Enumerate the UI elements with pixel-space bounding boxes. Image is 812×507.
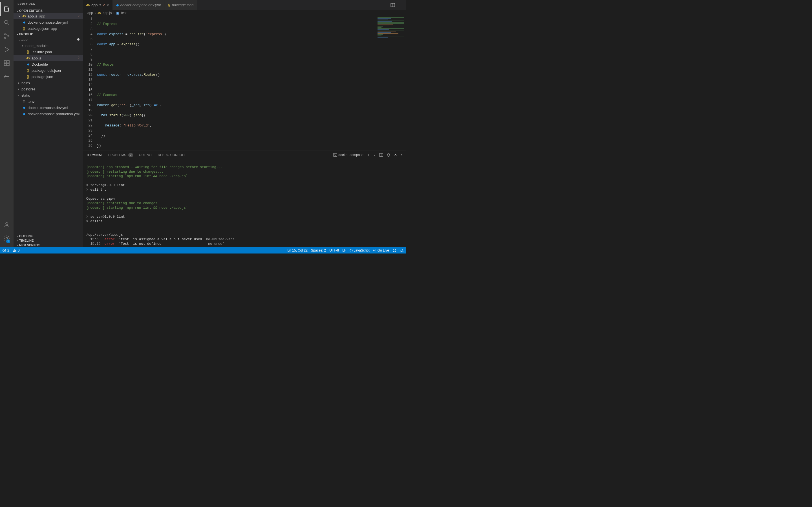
status-go-live[interactable]: Go Live xyxy=(373,248,389,252)
js-icon: JS xyxy=(26,57,31,60)
json-icon: {} xyxy=(26,75,31,78)
svg-line-1 xyxy=(8,23,9,25)
accounts-icon[interactable] xyxy=(0,218,13,231)
timeline-header[interactable]: ›TIMELINE xyxy=(13,238,83,243)
tab-bar: JS app.js 2 × ◆ docker-compose.dev.yml {… xyxy=(83,0,406,10)
svg-point-28 xyxy=(394,250,394,250)
file-item[interactable]: JS app.js 2 xyxy=(13,55,83,61)
terminal-dropdown-icon[interactable]: ⌄ xyxy=(373,154,376,156)
svg-point-4 xyxy=(8,36,9,37)
folder-item[interactable]: › postgres xyxy=(13,86,83,92)
more-icon[interactable]: ⋯ xyxy=(399,3,403,7)
svg-point-0 xyxy=(4,20,8,24)
svg-marker-5 xyxy=(5,47,9,52)
tab-terminal[interactable]: TERMINAL xyxy=(86,152,103,158)
svg-point-29 xyxy=(395,250,395,250)
svg-point-27 xyxy=(393,249,396,252)
status-warnings[interactable]: 0 xyxy=(13,248,20,252)
docker-file-icon: ◆ xyxy=(21,106,27,110)
folder-item[interactable]: › nginx xyxy=(13,80,83,86)
run-debug-icon[interactable] xyxy=(0,43,13,56)
docker-file-icon: ◆ xyxy=(21,20,27,24)
js-icon: JS xyxy=(21,15,27,18)
docker-file-icon: ◆ xyxy=(21,112,27,116)
svg-point-14 xyxy=(6,223,8,225)
file-item[interactable]: ◆ docker-compose.dev.yml xyxy=(13,105,83,111)
tab-problems[interactable]: PROBLEMS 2 xyxy=(108,152,133,158)
svg-rect-13 xyxy=(5,75,6,76)
variable-icon: ▣ xyxy=(116,11,119,15)
folder-item[interactable]: ⌄ app xyxy=(13,36,83,43)
svg-rect-7 xyxy=(4,63,6,66)
project-header[interactable]: ⌄PROGLIB xyxy=(13,32,83,36)
status-bell-icon[interactable] xyxy=(400,248,404,252)
gear-icon: ⚙ xyxy=(21,100,27,103)
split-editor-icon[interactable] xyxy=(391,3,395,7)
search-icon[interactable] xyxy=(0,16,13,29)
settings-badge: 1 xyxy=(6,239,10,243)
panel: TERMINAL PROBLEMS 2 OUTPUT DEBUG CONSOLE… xyxy=(83,150,406,247)
activity-bar: 1 xyxy=(0,0,13,247)
source-control-icon[interactable] xyxy=(0,29,13,43)
svg-point-15 xyxy=(6,237,8,239)
status-language[interactable]: { } JavaScript xyxy=(350,248,369,252)
outline-header[interactable]: ›OUTLINE xyxy=(13,234,83,238)
open-editor-item[interactable]: ◆ docker-compose.dev.yml xyxy=(13,19,83,25)
json-icon: {} xyxy=(26,50,31,54)
breadcrumb[interactable]: app › JS app.js › ▣ test xyxy=(83,10,406,16)
js-icon: JS xyxy=(98,11,101,15)
maximize-panel-icon[interactable] xyxy=(394,153,397,157)
tab-debug-console[interactable]: DEBUG CONSOLE xyxy=(158,152,186,158)
status-spaces[interactable]: Spaces: 2 xyxy=(311,248,326,252)
tab-package-json[interactable]: {} package.json xyxy=(164,0,197,10)
kill-terminal-icon[interactable] xyxy=(387,153,391,157)
file-item[interactable]: ◆ docker-compose.production.yml xyxy=(13,111,83,117)
extensions-icon[interactable] xyxy=(0,56,13,70)
sidebar: EXPLORER ⋯ ⌄OPEN EDITORS × JS app.js app… xyxy=(13,0,83,247)
file-item[interactable]: {} .eslintrc.json xyxy=(13,49,83,55)
status-eol[interactable]: LF xyxy=(342,248,346,252)
status-feedback-icon[interactable] xyxy=(393,248,396,252)
file-item[interactable]: {} package.json xyxy=(13,73,83,80)
minimap[interactable] xyxy=(375,16,406,150)
open-editor-item[interactable]: {} package.json app xyxy=(13,25,83,32)
close-icon[interactable]: × xyxy=(107,3,109,7)
status-errors[interactable]: 2 xyxy=(2,248,9,252)
json-icon: {} xyxy=(168,3,170,7)
tab-appjs[interactable]: JS app.js 2 × xyxy=(83,0,112,10)
file-item[interactable]: ⚙ .env xyxy=(13,98,83,105)
split-terminal-icon[interactable] xyxy=(379,153,383,157)
code-editor[interactable]: 12345 678910 1112131415 1617181920 21222… xyxy=(83,16,406,150)
npm-scripts-header[interactable]: ›NPM SCRIPTS xyxy=(13,243,83,247)
tab-output[interactable]: OUTPUT xyxy=(139,152,152,158)
open-editors-header[interactable]: ⌄OPEN EDITORS xyxy=(13,8,83,13)
svg-rect-9 xyxy=(7,61,9,63)
folder-item[interactable]: › node_modules xyxy=(13,43,83,49)
js-icon: JS xyxy=(86,3,90,6)
terminal-launcher[interactable]: docker-compose xyxy=(333,153,363,157)
svg-point-26 xyxy=(374,250,375,251)
svg-rect-8 xyxy=(7,63,9,66)
docker-icon[interactable] xyxy=(0,70,13,83)
tab-docker-compose[interactable]: ◆ docker-compose.dev.yml xyxy=(112,0,164,10)
status-line-col[interactable]: Ln 15, Col 22 xyxy=(287,248,307,252)
new-terminal-icon[interactable]: ＋ xyxy=(367,153,370,158)
settings-gear-icon[interactable]: 1 xyxy=(0,231,13,245)
file-item[interactable]: ◆ Dockerfile xyxy=(13,61,83,67)
more-icon[interactable]: ⋯ xyxy=(76,2,79,6)
modified-dot-icon xyxy=(77,38,80,41)
explorer-icon[interactable] xyxy=(0,2,13,16)
folder-item[interactable]: › static xyxy=(13,92,83,98)
open-editor-item[interactable]: × JS app.js app 2 xyxy=(13,13,83,19)
status-bar: 2 0 Ln 15, Col 22 Spaces: 2 UTF-8 LF { }… xyxy=(0,247,406,253)
svg-point-2 xyxy=(4,34,6,35)
code-content[interactable]: // Express const express = require('expr… xyxy=(97,16,406,150)
close-icon[interactable]: × xyxy=(17,14,21,18)
svg-rect-6 xyxy=(4,61,6,63)
json-icon: {} xyxy=(26,68,31,72)
file-item[interactable]: {} package-lock.json xyxy=(13,67,83,73)
close-panel-icon[interactable]: × xyxy=(401,153,403,157)
js-lang-icon: { } xyxy=(350,249,352,252)
terminal-output[interactable]: [nodemon] app crashed - waiting for file… xyxy=(83,159,406,247)
status-encoding[interactable]: UTF-8 xyxy=(329,248,339,252)
